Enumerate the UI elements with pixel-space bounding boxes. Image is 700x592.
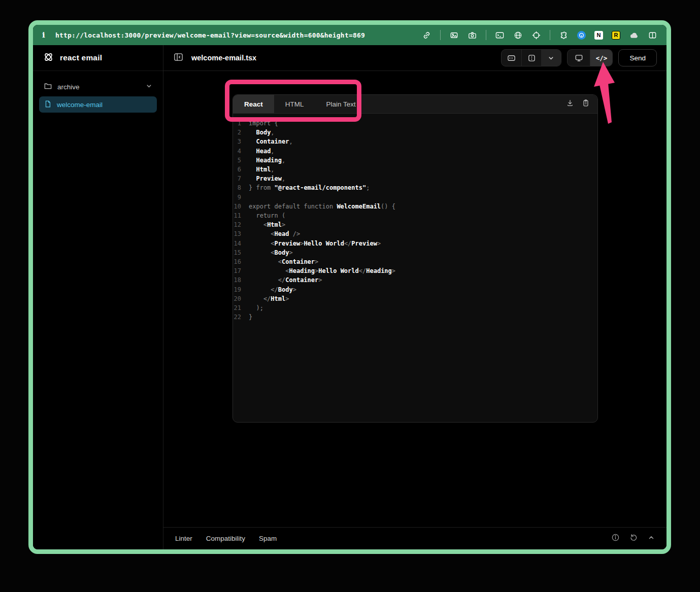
globe-icon[interactable]	[513, 30, 523, 40]
code-line: 3 Container,	[233, 137, 597, 146]
viewport-height-button[interactable]	[521, 50, 541, 66]
split-view-icon[interactable]	[648, 30, 657, 40]
file-icon	[44, 100, 52, 110]
code-line: 19 </Body>	[233, 285, 597, 294]
sidebar-nav: archive welcome-email	[33, 71, 163, 120]
react-email-logo-icon	[43, 51, 54, 65]
main-content: React HTML Plain Text	[163, 71, 666, 527]
link-icon[interactable]	[422, 30, 431, 40]
terminal-icon[interactable]	[495, 30, 505, 40]
bottom-toolbar: Linter Compatibility Spam	[163, 527, 666, 549]
code-line: 18 </Container>	[233, 275, 597, 285]
viewport-size-control	[501, 49, 561, 66]
send-button[interactable]: Send	[618, 49, 657, 66]
code-line: 11 return (	[233, 211, 597, 220]
code-line: 15 <Body>	[233, 248, 597, 257]
tab-linter[interactable]: Linter	[175, 535, 192, 542]
code-line: 10export default function WelcomeEmail()…	[233, 202, 597, 211]
tab-react[interactable]: React	[233, 95, 274, 113]
browser-window: i http://localhost:3000/preview/welcome-…	[28, 20, 671, 554]
page-title: welcome-email.tsx	[191, 54, 256, 62]
chevron-down-icon	[146, 83, 152, 91]
copy-clipboard-icon[interactable]	[582, 99, 590, 109]
chevron-up-icon[interactable]	[648, 534, 655, 543]
onepassword-icon[interactable]	[577, 31, 586, 40]
refresh-icon[interactable]	[629, 533, 638, 544]
image-icon[interactable]	[449, 30, 459, 40]
code-line: 8} from "@react-email/components";	[233, 183, 597, 192]
code-line: 17 <Heading>Hello World</Heading>	[233, 266, 597, 275]
browser-url-bar[interactable]: i http://localhost:3000/preview/welcome-…	[33, 25, 666, 45]
toolbar-separator	[550, 30, 550, 40]
code-view-tabs: React HTML Plain Text	[233, 95, 597, 114]
viewport-dropdown-button[interactable]	[541, 50, 561, 66]
code-line: 16 <Container>	[233, 257, 597, 266]
sidebar-item-archive[interactable]: archive	[39, 79, 157, 95]
desktop-view-button[interactable]	[568, 50, 590, 66]
tab-spam[interactable]: Spam	[259, 535, 277, 542]
camera-icon[interactable]	[468, 30, 477, 40]
download-icon[interactable]	[566, 99, 574, 109]
code-line: 7 Preview,	[233, 174, 597, 183]
sidebar-header: react email	[33, 45, 163, 71]
tab-plain-text[interactable]: Plain Text	[315, 95, 367, 113]
code-line: 5 Heading,	[233, 156, 597, 165]
sidebar: react email archive	[33, 45, 163, 549]
main-header: welcome-email.tsx	[163, 45, 666, 71]
r-extension-icon[interactable]: R	[612, 31, 620, 40]
react-email-app: react email archive	[33, 45, 666, 549]
folder-icon	[44, 82, 52, 92]
code-lines: 1import {2 Body,3 Container,4 Head,5 Hea…	[233, 119, 597, 322]
code-line: 20 </Html>	[233, 294, 597, 303]
viewport-width-button[interactable]	[502, 50, 521, 66]
code-line: 1import {	[233, 119, 597, 128]
code-editor[interactable]: 1import {2 Body,3 Container,4 Head,5 Hea…	[233, 114, 597, 422]
sidebar-item-label: welcome-email	[57, 101, 103, 109]
notion-icon[interactable]: N	[594, 31, 603, 40]
code-line: 21 );	[233, 303, 597, 312]
toolbar-separator	[486, 30, 486, 40]
cloud-icon[interactable]	[629, 30, 639, 40]
view-mode-toggle: </>	[567, 49, 613, 66]
code-toggle-button[interactable]: </>	[590, 50, 612, 66]
code-line: 13 <Head />	[233, 229, 597, 238]
app-logo-text: react email	[60, 53, 102, 62]
code-line: 6 Html,	[233, 165, 597, 174]
code-line: 2 Body,	[233, 128, 597, 137]
tab-html[interactable]: HTML	[274, 95, 315, 113]
code-line: 22}	[233, 312, 597, 322]
page-info-icon[interactable]: i	[42, 30, 55, 40]
sidebar-toggle-icon[interactable]	[173, 52, 184, 64]
code-line: 14 <Preview>Hello World</Preview>	[233, 239, 597, 248]
code-line: 12 <Html>	[233, 220, 597, 229]
code-line: 4 Head,	[233, 147, 597, 156]
target-icon[interactable]	[531, 30, 541, 40]
url-text[interactable]: http://localhost:3000/preview/welcome-em…	[55, 31, 365, 39]
tab-compatibility[interactable]: Compatibility	[206, 535, 245, 542]
info-icon[interactable]	[611, 533, 620, 544]
source-code-panel: React HTML Plain Text	[232, 94, 598, 423]
main-panel: welcome-email.tsx	[163, 45, 666, 549]
sidebar-item-label: archive	[57, 83, 80, 91]
code-line: 9	[233, 193, 597, 202]
toolbar-separator	[440, 30, 441, 40]
puzzle-icon[interactable]	[559, 30, 569, 40]
sidebar-item-welcome-email[interactable]: welcome-email	[39, 96, 157, 113]
